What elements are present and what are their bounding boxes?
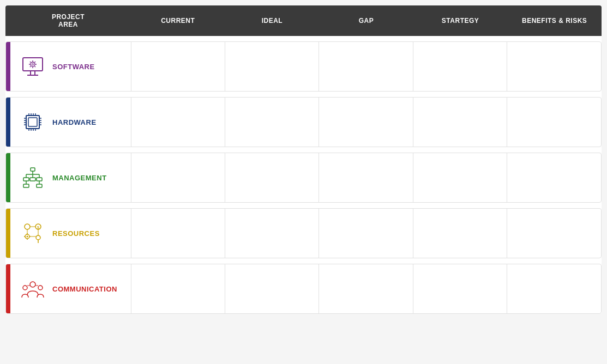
communication-label: COMMUNICATION	[52, 285, 117, 293]
svg-point-54	[36, 235, 40, 240]
resources-icon: $	[20, 220, 46, 246]
header-gap: GAP	[319, 5, 413, 36]
management-label: MANAGEMENT	[52, 174, 107, 182]
svg-point-61	[23, 286, 27, 290]
hardware-benefits-risks[interactable]	[507, 98, 601, 147]
svg-line-10	[30, 62, 31, 63]
svg-rect-15	[28, 118, 37, 126]
color-bar-hardware	[6, 98, 10, 147]
svg-rect-44	[37, 184, 42, 187]
communication-startegy[interactable]	[413, 264, 507, 313]
communication-current[interactable]	[131, 264, 225, 313]
hardware-startegy[interactable]	[413, 98, 507, 147]
resources-benefits-risks[interactable]	[507, 209, 601, 258]
management-startegy[interactable]	[413, 153, 507, 202]
svg-point-45	[25, 224, 30, 229]
management-gap[interactable]	[319, 153, 413, 202]
software-benefits-risks[interactable]	[507, 42, 601, 91]
resources-current[interactable]	[131, 209, 225, 258]
svg-point-60	[30, 282, 35, 287]
svg-rect-39	[30, 178, 35, 181]
hardware-gap[interactable]	[319, 98, 413, 147]
header-project-area: PROJECTAREA	[5, 5, 131, 36]
communication-benefits-risks[interactable]	[507, 264, 601, 313]
software-current[interactable]	[131, 42, 225, 91]
color-bar-communication	[6, 264, 10, 313]
svg-rect-40	[37, 178, 42, 181]
hardware-ideal[interactable]	[225, 98, 319, 147]
svg-text:$: $	[37, 225, 40, 230]
svg-line-12	[35, 62, 36, 63]
table-row: COMMUNICATION	[5, 264, 602, 314]
header-benefits-risks: BENEFITS & RISKS	[507, 5, 602, 36]
table-row: MANAGEMENT	[5, 153, 602, 203]
resources-label: RESOURCES	[52, 229, 100, 238]
project-area-management: MANAGEMENT	[6, 153, 131, 202]
table-row: SOFTWARE	[5, 41, 602, 92]
management-current[interactable]	[131, 153, 225, 202]
resources-startegy[interactable]	[413, 209, 507, 258]
svg-line-13	[30, 66, 31, 68]
management-ideal[interactable]	[225, 153, 319, 202]
resources-ideal[interactable]	[225, 209, 319, 258]
communication-ideal[interactable]	[225, 264, 319, 313]
hardware-current[interactable]	[131, 98, 225, 147]
software-gap[interactable]	[319, 42, 413, 91]
svg-rect-43	[23, 184, 29, 187]
color-bar-resources	[6, 209, 10, 258]
svg-rect-38	[23, 178, 29, 181]
svg-point-49	[27, 236, 28, 238]
communication-icon	[20, 276, 46, 302]
color-bar-management	[6, 153, 10, 202]
resources-gap[interactable]	[319, 209, 413, 258]
table-row: $ RESOURCES	[5, 208, 602, 258]
svg-point-4	[31, 62, 35, 66]
project-area-resources: $ RESOURCES	[6, 209, 131, 258]
table-row: HARDWARE	[5, 97, 602, 147]
header-ideal: IDEAL	[225, 5, 320, 36]
svg-point-62	[38, 286, 43, 290]
software-icon	[20, 53, 46, 80]
svg-point-5	[32, 64, 34, 65]
management-icon	[20, 165, 46, 191]
project-area-hardware: HARDWARE	[6, 98, 131, 147]
project-area-communication: COMMUNICATION	[6, 264, 131, 313]
hardware-label: HARDWARE	[52, 118, 97, 126]
svg-line-11	[35, 66, 36, 68]
table-header: PROJECTAREA CURRENT IDEAL GAP STARTEGY B…	[5, 5, 602, 36]
software-ideal[interactable]	[225, 42, 319, 91]
project-area-software: SOFTWARE	[6, 42, 131, 91]
color-bar-software	[6, 42, 10, 91]
software-startegy[interactable]	[413, 42, 507, 91]
communication-gap[interactable]	[319, 264, 413, 313]
hardware-icon	[20, 109, 46, 135]
svg-rect-0	[23, 58, 43, 71]
svg-rect-32	[31, 168, 35, 171]
management-benefits-risks[interactable]	[507, 153, 601, 202]
header-startegy: STARTEGY	[413, 5, 508, 36]
software-label: SOFTWARE	[52, 63, 95, 71]
header-current: CURRENT	[131, 5, 225, 36]
project-table: PROJECTAREA CURRENT IDEAL GAP STARTEGY B…	[5, 5, 602, 314]
